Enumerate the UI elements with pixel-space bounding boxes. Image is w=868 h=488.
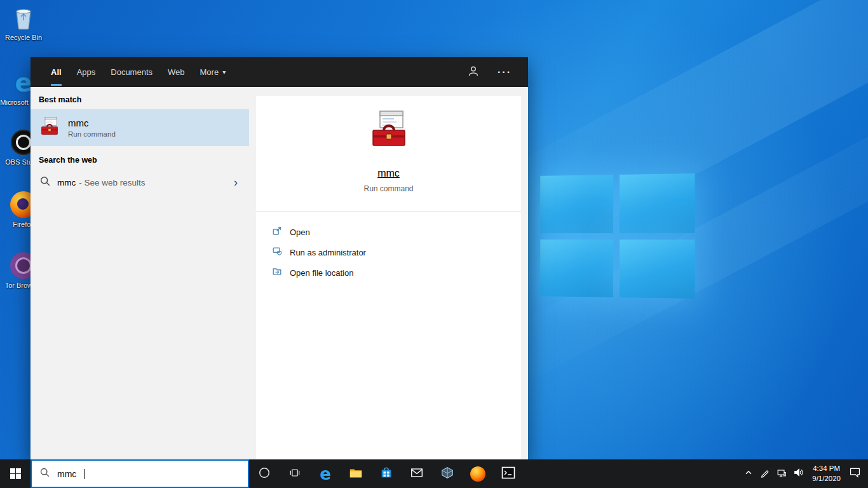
edge-icon: e (320, 464, 331, 484)
best-match-result[interactable]: mmc Run command (31, 109, 249, 146)
volume-button[interactable] (790, 459, 807, 488)
windows-start-icon (10, 468, 21, 479)
search-flyout: All Apps Documents Web More ▾ ··· Best m… (31, 57, 528, 459)
search-filter-bar: All Apps Documents Web More ▾ ··· (31, 57, 528, 87)
taskbar-clock[interactable]: 4:34 PM 9/1/2020 (807, 464, 846, 484)
taskbar-command-prompt-button[interactable] (493, 459, 524, 488)
search-results-area: Best match mmc (31, 87, 528, 459)
taskbar-store-button[interactable] (371, 459, 402, 488)
action-center-icon (849, 466, 861, 481)
taskbar-spacer (524, 459, 740, 488)
search-icon (39, 175, 51, 189)
preview-title: mmc (377, 168, 400, 179)
pen-icon (760, 468, 770, 480)
command-prompt-icon (501, 465, 516, 483)
search-input-value: mmc (57, 469, 76, 479)
task-view-icon (288, 466, 301, 482)
desktop-icon-recycle-bin[interactable]: Recycle Bin (0, 4, 47, 42)
file-explorer-icon (349, 466, 363, 482)
cortana-button[interactable] (249, 459, 280, 488)
open-file-location-label: Open file location (290, 268, 353, 278)
clock-time: 4:34 PM (812, 464, 841, 474)
cortana-icon (258, 466, 271, 482)
windows-logo-pane (619, 173, 695, 233)
folder-location-icon (272, 266, 282, 279)
cube-app-icon (440, 466, 454, 482)
open-file-location-action[interactable]: Open file location (272, 262, 521, 283)
chevron-right-icon[interactable]: › (231, 177, 240, 188)
taskbar-edge-button[interactable]: e (310, 459, 341, 488)
best-match-text: mmc Run command (68, 118, 116, 138)
tab-web[interactable]: Web (160, 57, 193, 87)
taskbar-firefox-button[interactable] (463, 459, 493, 488)
best-match-heading: Best match (31, 87, 249, 109)
run-as-admin-label: Run as administrator (290, 248, 366, 257)
start-button[interactable] (0, 459, 31, 488)
open-icon (272, 226, 282, 238)
web-search-result[interactable]: mmc - See web results › (31, 170, 249, 195)
microsoft-store-icon (379, 466, 393, 482)
tab-all[interactable]: All (43, 57, 69, 87)
task-view-button[interactable] (280, 459, 310, 488)
header-actions: ··· (467, 57, 528, 87)
network-button[interactable] (773, 459, 790, 488)
search-web-heading: Search the web (31, 146, 249, 170)
results-list: Best match mmc (31, 87, 249, 459)
web-result-suffix: - See web results (79, 178, 145, 187)
windows-logo-pane (619, 240, 695, 299)
system-tray: 4:34 PM 9/1/2020 (740, 459, 868, 488)
chevron-up-icon (743, 468, 754, 480)
taskbar: mmc e (0, 459, 868, 488)
mmc-app-icon-large (369, 109, 409, 152)
taskbar-search-input[interactable]: mmc (31, 459, 249, 488)
account-icon[interactable] (467, 65, 480, 80)
overflow-menu-icon[interactable]: ··· (498, 67, 512, 78)
tab-apps[interactable]: Apps (69, 57, 104, 87)
desktop-icon-label: Recycle Bin (0, 34, 47, 42)
windows-logo-wallpaper (540, 173, 695, 299)
preview-actions: Open Run as administrator (256, 212, 521, 283)
preview-pane: mmc Run command Open (256, 96, 521, 459)
chevron-down-icon: ▾ (222, 69, 226, 76)
taskbar-file-explorer-button[interactable] (341, 459, 371, 488)
taskbar-app-button[interactable] (432, 459, 463, 488)
mail-icon (410, 466, 424, 482)
shield-icon (272, 246, 282, 259)
taskbar-mail-button[interactable] (402, 459, 432, 488)
windows-logo-pane (540, 175, 613, 233)
volume-icon (793, 467, 804, 480)
open-action[interactable]: Open (272, 222, 521, 242)
web-result-query: mmc (57, 178, 76, 187)
firefox-icon (470, 466, 485, 482)
windows-logo-pane (540, 239, 613, 297)
search-icon (39, 467, 50, 480)
windows-ink-button[interactable] (757, 459, 773, 488)
best-match-title: mmc (68, 118, 116, 128)
best-match-subtitle: Run command (68, 130, 116, 138)
network-icon (776, 468, 787, 480)
recycle-bin-icon (10, 4, 37, 32)
preview-subtitle: Run command (363, 184, 413, 193)
clock-date: 9/1/2020 (812, 474, 841, 484)
mmc-app-icon (39, 116, 60, 139)
run-as-admin-action[interactable]: Run as administrator (272, 242, 521, 262)
open-action-label: Open (290, 227, 310, 237)
text-caret (84, 469, 85, 479)
tab-more[interactable]: More ▾ (193, 57, 234, 87)
tab-documents[interactable]: Documents (103, 57, 160, 87)
hidden-icons-button[interactable] (740, 459, 757, 488)
action-center-button[interactable] (846, 459, 864, 488)
